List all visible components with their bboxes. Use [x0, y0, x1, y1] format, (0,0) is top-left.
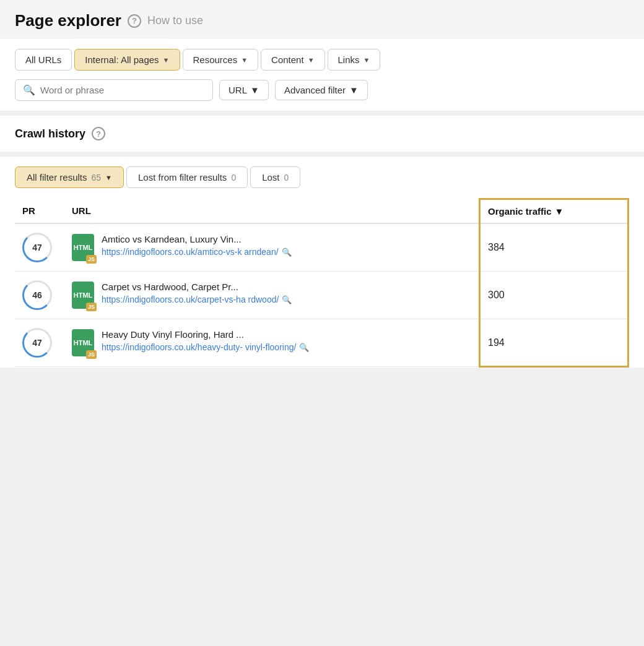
- crawl-history-section: Crawl history ?: [0, 116, 644, 152]
- organic-traffic-sort-icon: ▼: [555, 206, 564, 217]
- data-table: PR URL Organic traffic ▼ 47: [15, 198, 629, 368]
- search-row: 🔍 URL ▼ Advanced filter ▼: [15, 79, 629, 101]
- file-type-icon: HTML JS: [72, 329, 94, 356]
- js-badge: JS: [86, 255, 97, 264]
- tab-all-urls[interactable]: All URLs: [15, 49, 72, 71]
- table-row: 47 HTML JS Heavy Duty Vinyl Flooring, Ha…: [15, 319, 629, 367]
- url-search-icon: 🔍: [300, 343, 308, 351]
- page-help-icon[interactable]: ?: [128, 14, 141, 28]
- js-badge: JS: [86, 350, 97, 359]
- filter-section: All URLs Internal: All pages ▼ Resources…: [0, 39, 644, 111]
- tab-resources[interactable]: Resources ▼: [183, 49, 259, 71]
- search-box: 🔍: [15, 79, 213, 101]
- url-dropdown-button[interactable]: URL ▼: [219, 80, 269, 100]
- pr-cell: 47: [15, 223, 64, 272]
- pr-circle: 47: [22, 233, 52, 262]
- tab-lost[interactable]: Lost 0: [250, 166, 300, 188]
- url-search-icon: 🔍: [282, 295, 291, 304]
- url-search-icon: 🔍: [282, 248, 291, 256]
- header: Page explorer ? How to use: [0, 0, 644, 39]
- organic-traffic-cell: 384: [480, 223, 629, 272]
- filter-tabs: All URLs Internal: All pages ▼ Resources…: [15, 49, 629, 71]
- url-cell: HTML JS Carpet vs Hardwood, Carpet Pr...…: [64, 272, 480, 319]
- tab-content[interactable]: Content ▼: [261, 49, 324, 71]
- organic-traffic-value: 300: [488, 290, 505, 300]
- how-to-use-link[interactable]: How to use: [147, 14, 203, 27]
- tab-links[interactable]: Links ▼: [328, 49, 381, 71]
- pr-circle: 46: [22, 280, 52, 310]
- all-filter-count: 65: [92, 173, 102, 183]
- col-header-url: URL: [64, 199, 480, 224]
- resources-chevron-icon: ▼: [241, 56, 248, 64]
- url-link[interactable]: https://indigofloors.co.uk/amtico-vs-k a…: [102, 247, 291, 257]
- url-link[interactable]: https://indigofloors.co.uk/heavy-duty- v…: [102, 342, 308, 352]
- links-chevron-icon: ▼: [363, 56, 370, 64]
- results-section: All filter results 65 ▼ Lost from filter…: [0, 157, 644, 368]
- result-filter-tabs: All filter results 65 ▼ Lost from filter…: [15, 166, 629, 188]
- organic-traffic-cell: 194: [480, 319, 629, 367]
- tab-all-filter-results[interactable]: All filter results 65 ▼: [15, 166, 124, 188]
- file-type-icon: HTML JS: [72, 234, 94, 261]
- table-row: 46 HTML JS Carpet vs Hardwood, Carpet Pr…: [15, 272, 629, 319]
- crawl-history-help-icon[interactable]: ?: [92, 127, 105, 140]
- url-cell: HTML JS Amtico vs Karndean, Luxury Vin..…: [64, 223, 480, 272]
- page-title: Page explorer: [15, 11, 121, 30]
- pr-cell: 46: [15, 272, 64, 319]
- col-header-organic-traffic[interactable]: Organic traffic ▼: [480, 199, 629, 224]
- organic-traffic-cell: 300: [480, 272, 629, 319]
- url-chevron-icon: ▼: [250, 85, 259, 95]
- advanced-filter-chevron-icon: ▼: [349, 85, 359, 95]
- all-filter-chevron-icon: ▼: [105, 174, 112, 181]
- file-type-icon: HTML JS: [72, 282, 94, 309]
- internal-chevron-icon: ▼: [163, 56, 170, 64]
- tab-internal-all[interactable]: Internal: All pages ▼: [74, 49, 180, 71]
- pr-circle: 47: [22, 328, 52, 358]
- content-chevron-icon: ▼: [308, 56, 315, 64]
- table-row: 47 HTML JS Amtico vs Karndean, Luxury Vi…: [15, 223, 629, 272]
- organic-traffic-value: 384: [488, 242, 505, 252]
- page-title-text: Carpet vs Hardwood, Carpet Pr...: [102, 282, 291, 292]
- page-title-text: Amtico vs Karndean, Luxury Vin...: [102, 234, 291, 244]
- url-link[interactable]: https://indigofloors.co.uk/carpet-vs-ha …: [102, 295, 291, 304]
- lost-count: 0: [284, 173, 289, 183]
- lost-filter-count: 0: [231, 173, 236, 183]
- page-title-text: Heavy Duty Vinyl Flooring, Hard ...: [102, 329, 308, 340]
- js-badge: JS: [86, 303, 97, 311]
- crawl-history-title: Crawl history: [15, 127, 85, 140]
- col-header-pr: PR: [15, 199, 64, 224]
- search-icon: 🔍: [23, 84, 35, 96]
- tab-lost-filter-results[interactable]: Lost from filter results 0: [126, 166, 248, 188]
- advanced-filter-button[interactable]: Advanced filter ▼: [275, 80, 368, 100]
- organic-traffic-value: 194: [488, 337, 505, 348]
- pr-cell: 47: [15, 319, 64, 367]
- url-cell: HTML JS Heavy Duty Vinyl Flooring, Hard …: [64, 319, 480, 367]
- search-input[interactable]: [40, 85, 176, 95]
